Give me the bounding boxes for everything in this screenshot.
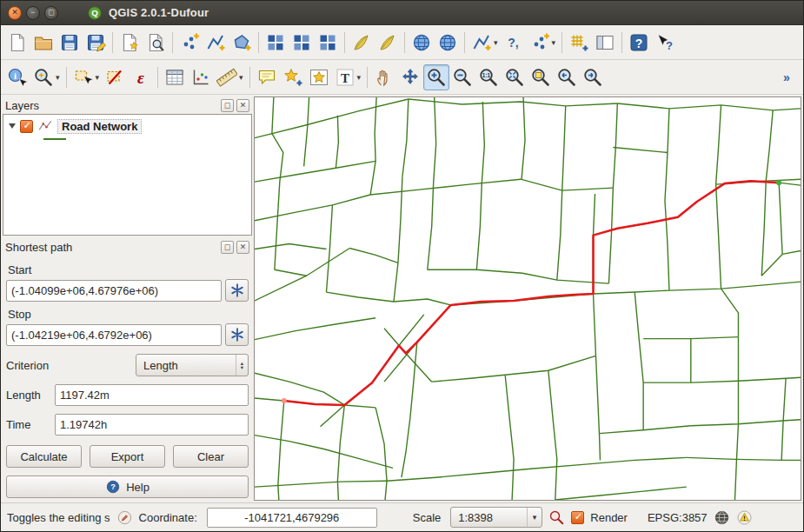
crs-status-icon[interactable] xyxy=(714,509,730,526)
road-line xyxy=(521,179,613,190)
statistical-summary-button[interactable] xyxy=(188,64,214,90)
layers-panel-float-button[interactable]: ◻ xyxy=(221,99,234,112)
change-label-button[interactable] xyxy=(375,30,401,56)
select-features-button-dropdown[interactable]: ▾ xyxy=(96,73,100,82)
road-line xyxy=(394,299,451,305)
labeling-button[interactable] xyxy=(349,30,375,56)
new-print-composer-button[interactable] xyxy=(116,30,143,56)
osm-place-search-button[interactable]: ?, xyxy=(501,30,527,56)
show-bookmarks-button[interactable] xyxy=(306,64,332,90)
stop-row: (-1.04219e+06,4.6792e+06) xyxy=(6,323,249,346)
zoom-to-selection-button[interactable] xyxy=(528,64,554,90)
coordinate-value: -1041721,4679296 xyxy=(244,511,339,524)
render-checkbox[interactable] xyxy=(571,511,584,524)
road-line xyxy=(321,315,424,427)
window-maximize-button[interactable]: ◻ xyxy=(44,6,58,20)
start-capture-button[interactable] xyxy=(225,279,249,302)
road-line xyxy=(387,469,531,481)
editing-indicator-icon[interactable] xyxy=(116,509,133,526)
map-canvas[interactable] xyxy=(254,96,801,501)
pan-map-button[interactable] xyxy=(371,64,397,90)
capture-polygon-button[interactable] xyxy=(229,30,255,56)
zoom-out-button[interactable] xyxy=(449,64,475,90)
layers-panel-close-button[interactable]: ✕ xyxy=(236,99,249,112)
zoom-next-button[interactable] xyxy=(580,64,606,90)
node-tool-button[interactable] xyxy=(289,30,315,56)
offset-curve-button[interactable] xyxy=(315,30,341,56)
coordinate-capture-button[interactable]: ▾ xyxy=(527,30,559,56)
simplify-feature-button[interactable]: ▾ xyxy=(468,30,501,56)
shortest-path-float-button[interactable]: ◻ xyxy=(221,241,234,254)
layer-item-road-network[interactable]: Road Network xyxy=(3,115,251,136)
window-minimize-button[interactable]: − xyxy=(26,6,40,20)
coordinate-input[interactable]: -1041721,4679296 xyxy=(207,508,377,528)
stop-capture-button[interactable] xyxy=(225,323,249,346)
scale-lock-icon[interactable] xyxy=(548,509,565,526)
new-project-button[interactable] xyxy=(4,30,30,56)
road-line xyxy=(349,249,398,263)
road-line xyxy=(522,273,608,283)
new-bookmark-button[interactable] xyxy=(280,64,306,90)
criterion-label: Criterion xyxy=(6,359,49,372)
dock-panels-button[interactable] xyxy=(592,30,618,56)
zoom-full-button[interactable] xyxy=(502,64,528,90)
road-line xyxy=(531,457,687,469)
select-by-expression-button[interactable] xyxy=(128,64,154,90)
stop-input[interactable]: (-1.04219e+06,4.6792e+06) xyxy=(6,324,222,346)
map-tips-button[interactable] xyxy=(254,64,280,90)
whats-this-button[interactable] xyxy=(652,30,678,56)
shortest-path-close-button[interactable]: ✕ xyxy=(236,241,249,254)
measure-button-dropdown[interactable]: ▾ xyxy=(239,73,243,82)
start-input[interactable]: (-1.04099e+06,4.67976e+06) xyxy=(6,280,222,302)
window-close-button[interactable]: ✕ xyxy=(8,6,22,20)
text-annotation-button-dropdown[interactable]: ▾ xyxy=(357,73,362,82)
length-output[interactable]: 1197.42m xyxy=(55,384,249,406)
text-annotation-button[interactable]: ▾ xyxy=(332,64,364,90)
criterion-select[interactable]: Length ▴▾ xyxy=(136,354,249,376)
zoom-to-feature-button[interactable]: ▾ xyxy=(30,64,63,90)
capture-line-button[interactable] xyxy=(203,30,229,56)
cap-point-icon xyxy=(529,32,550,53)
bubble-icon xyxy=(256,67,277,88)
toolbar-separator xyxy=(344,32,345,53)
web-services-button[interactable] xyxy=(435,30,461,56)
deselect-all-button[interactable] xyxy=(102,64,128,90)
pan-to-selection-button[interactable] xyxy=(397,64,423,90)
export-button[interactable]: Export xyxy=(90,445,165,468)
help-button[interactable]: Help xyxy=(6,475,249,498)
attribute-table-button[interactable] xyxy=(162,64,188,90)
layers-panel-header: Layers ◻ ✕ xyxy=(3,96,252,114)
toolbar-overflow-button[interactable]: » xyxy=(774,64,800,90)
save-project-button[interactable] xyxy=(56,30,83,56)
calculate-button[interactable]: Calculate xyxy=(6,445,82,468)
simplify-feature-button-dropdown[interactable]: ▾ xyxy=(494,38,498,47)
composer-manager-button[interactable] xyxy=(143,30,169,56)
open-project-button[interactable] xyxy=(30,30,56,56)
log-messages-icon[interactable] xyxy=(736,509,753,526)
coordinate-capture-button-dropdown[interactable]: ▾ xyxy=(552,38,556,47)
quill-icon xyxy=(377,32,398,53)
select-features-button[interactable]: ▾ xyxy=(70,64,103,90)
layer-visibility-checkbox[interactable] xyxy=(20,120,33,133)
time-label: Time xyxy=(6,418,50,431)
zoom-last-button[interactable] xyxy=(554,64,580,90)
identify-features-button[interactable] xyxy=(4,64,30,90)
spinner-arrows-icon[interactable]: ▴▾ xyxy=(236,355,248,376)
clear-button[interactable]: Clear xyxy=(173,445,249,468)
hand-icon xyxy=(374,67,395,88)
scale-dropdown-icon[interactable]: ▾ xyxy=(527,508,542,527)
add-grid-button[interactable] xyxy=(566,30,592,56)
scale-select[interactable]: 1:8398 ▾ xyxy=(450,507,542,528)
save-project-as-button[interactable] xyxy=(83,30,109,56)
openstreetmap-button[interactable] xyxy=(409,30,435,56)
zoom-in-button[interactable] xyxy=(423,64,449,90)
minimize-icon: − xyxy=(30,9,35,17)
move-feature-button[interactable] xyxy=(262,30,289,56)
zoom-native-button[interactable] xyxy=(475,64,502,90)
capture-point-button[interactable] xyxy=(176,30,203,56)
help-contents-button[interactable] xyxy=(626,30,652,56)
time-output[interactable]: 1.19742h xyxy=(55,414,249,436)
measure-button[interactable]: ▾ xyxy=(214,64,246,90)
zoom-to-feature-button-dropdown[interactable]: ▾ xyxy=(56,73,60,82)
layer-expander-icon[interactable] xyxy=(9,123,16,129)
